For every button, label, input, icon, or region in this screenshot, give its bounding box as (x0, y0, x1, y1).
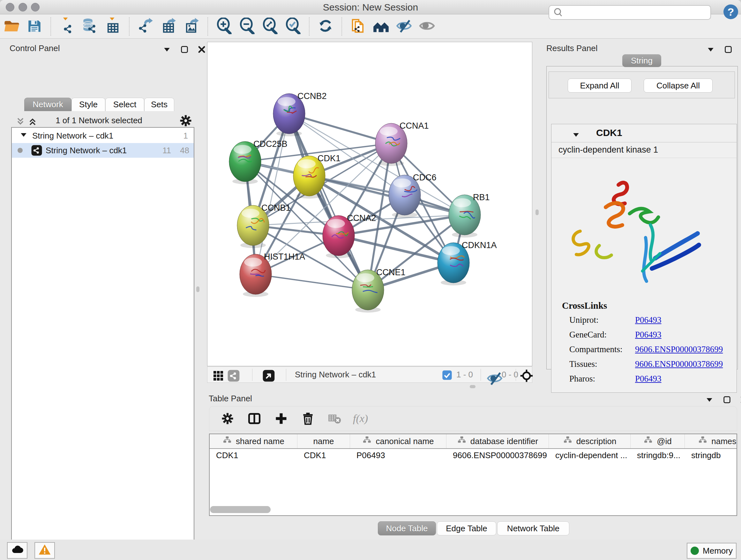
open-in-window-icon[interactable] (262, 369, 275, 383)
column-label: shared name (236, 436, 284, 446)
tab-sets[interactable]: Sets (144, 98, 174, 111)
network-graph[interactable]: CCNB2 CCNA1 CDC25B CDK1 CDC6 RB1 CCNB1 C… (207, 42, 532, 366)
tab-node-table[interactable]: Node Table (378, 521, 436, 536)
tree-collapse-caret-icon[interactable] (19, 130, 28, 142)
birdseye-crosshair-icon[interactable] (520, 369, 534, 384)
tab-network-table[interactable]: Network Table (497, 521, 569, 536)
new-network-from-selection-button[interactable] (350, 17, 366, 36)
zoom-out-button[interactable] (239, 17, 255, 36)
zoom-selected-button[interactable] (285, 17, 301, 36)
tree-network-label: String Network – cdk1 (46, 145, 127, 155)
search-input[interactable] (566, 8, 711, 17)
column-header-database-identifier[interactable]: database identifier (447, 434, 549, 448)
tab-network[interactable]: Network (24, 98, 71, 111)
warnings-button[interactable] (35, 542, 55, 559)
column-header-namespace[interactable]: namespace (685, 434, 737, 448)
network-canvas[interactable]: CCNB2 CCNA1 CDC25B CDK1 CDC6 RB1 CCNB1 C… (207, 42, 532, 366)
save-session-icon (26, 18, 43, 35)
hide-selected-button[interactable] (396, 17, 412, 36)
export-image-button[interactable] (183, 17, 200, 36)
table-settings-gear-icon[interactable] (219, 410, 236, 427)
tab-string[interactable]: String (622, 54, 661, 67)
network-node-CCNB2[interactable]: CCNB2 (273, 91, 327, 136)
column-header-canonical-name[interactable]: canonical name (350, 434, 447, 448)
network-node-CCNA1[interactable]: CCNA1 (375, 121, 429, 166)
tree-edge-count: 48 (180, 145, 189, 155)
hierarchy-icon (698, 436, 708, 447)
import-network-file-icon (59, 17, 75, 36)
first-neighbors-button[interactable] (373, 17, 389, 36)
table-panel-maximize-icon[interactable] (723, 395, 731, 406)
control-panel-maximize-icon[interactable] (180, 45, 189, 55)
table-horizontal-scrollbar[interactable] (210, 506, 271, 513)
zoom-in-button[interactable] (216, 17, 232, 36)
export-network-button[interactable] (137, 17, 154, 36)
memory-status-dot (690, 547, 699, 555)
network-options-gear-icon[interactable] (179, 114, 193, 129)
column-label: namespace (711, 436, 737, 446)
table-row[interactable]: CDK1CDK1P064939606.ENSP00000378699cyclin… (210, 449, 737, 462)
left-splitter-handle[interactable] (196, 287, 199, 292)
import-table-file-button[interactable] (105, 17, 121, 36)
show-all-button[interactable] (419, 17, 435, 36)
show-columns-icon[interactable] (246, 410, 263, 427)
import-network-file-button[interactable] (59, 17, 75, 36)
node-table[interactable]: shared namenamecanonical namedatabase id… (209, 434, 737, 516)
table-panel-close-icon[interactable] (740, 395, 741, 406)
table-cell: CDK1 (210, 449, 297, 462)
tab-select[interactable]: Select (105, 98, 144, 111)
network-view-toolbar: String Network – cdk1 1 - 0 0 - 0 (207, 367, 532, 383)
column-header-name[interactable]: name (297, 434, 350, 448)
network-node-CCNE1[interactable]: CCNE1 (352, 267, 406, 313)
column-header-shared-name[interactable]: shared name (210, 434, 297, 448)
column-header--id[interactable]: @id (630, 434, 685, 448)
control-panel-close-icon[interactable] (197, 45, 206, 55)
network-node-CDKN1A[interactable]: CDKN1A (437, 240, 497, 286)
expand-all-button[interactable]: Expand All (568, 78, 631, 92)
tab-edge-table[interactable]: Edge Table (437, 521, 496, 536)
crosslink-value[interactable]: 9606.ENSP00000378699 (635, 345, 723, 359)
section-collapse-caret-icon[interactable] (571, 130, 581, 141)
column-label: description (576, 436, 616, 446)
create-column-icon[interactable] (273, 410, 290, 427)
network-node-RB1[interactable]: RB1 (449, 192, 490, 238)
network-node-HIST1H1A[interactable]: HIST1H1A (240, 252, 305, 297)
delete-column-icon[interactable] (299, 410, 317, 427)
crosslink-value[interactable]: P06493 (635, 330, 662, 345)
tree-root-row[interactable]: String Network – cdk1 1 (12, 128, 194, 143)
network-overview-icon[interactable] (227, 369, 240, 383)
refresh-button[interactable] (317, 17, 334, 36)
network-edge[interactable] (256, 274, 368, 290)
open-session-button[interactable] (3, 17, 20, 36)
selected-checkbox-icon[interactable] (442, 370, 452, 381)
network-selection-status: 1 of 1 Network selected (3, 116, 195, 125)
column-header-description[interactable]: description (549, 434, 630, 448)
crosslink-value[interactable]: 9606.ENSP00000378699 (635, 359, 723, 374)
network-node-CDC6[interactable]: CDC6 (389, 173, 436, 218)
search-box[interactable] (549, 5, 711, 20)
control-panel-float-caret-icon[interactable] (162, 45, 172, 56)
hide-selected-icon (396, 17, 412, 36)
collapse-all-button[interactable]: Collapse All (644, 78, 713, 92)
right-splitter-handle[interactable] (536, 209, 539, 215)
import-network-database-button[interactable] (82, 17, 98, 36)
crosslink-value[interactable]: P06493 (635, 374, 662, 388)
help-button[interactable]: ? (724, 4, 738, 19)
export-table-button[interactable] (160, 17, 177, 36)
cloud-button[interactable] (7, 542, 27, 559)
crosslink-value[interactable]: P06493 (635, 315, 662, 330)
memory-button[interactable]: Memory (687, 543, 737, 559)
table-panel-float-caret-icon[interactable] (704, 395, 714, 406)
horizontal-splitter-handle[interactable] (470, 385, 475, 388)
tree-network-row[interactable]: String Network – cdk1 11 48 (12, 143, 194, 158)
network-edge[interactable] (289, 114, 368, 290)
network-grid-icon[interactable] (212, 369, 225, 383)
tab-style[interactable]: Style (71, 98, 105, 111)
results-panel-float-caret-icon[interactable] (706, 45, 716, 56)
zoom-fit-button[interactable] (262, 17, 278, 36)
results-panel-maximize-icon[interactable] (724, 45, 733, 55)
node-label-CCNB1: CCNB1 (261, 203, 291, 212)
save-session-button[interactable] (26, 17, 43, 36)
network-edge[interactable] (256, 114, 289, 274)
tree-root-count: 1 (184, 131, 188, 141)
